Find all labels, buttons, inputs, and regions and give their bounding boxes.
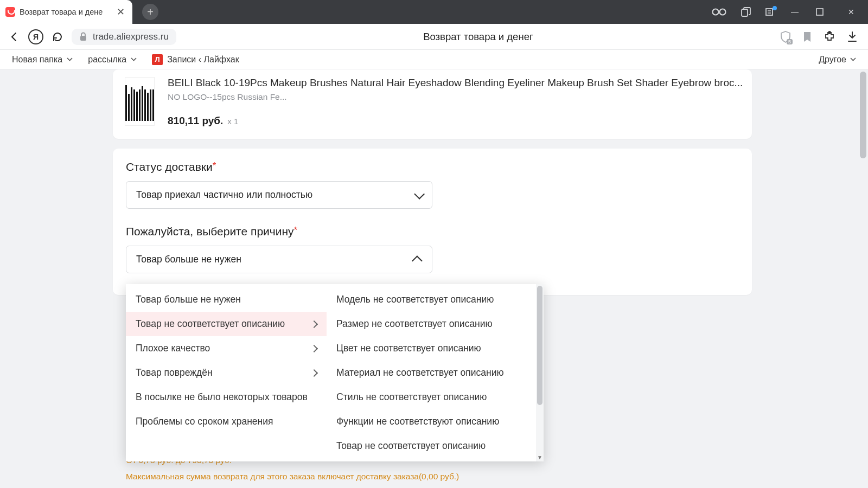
lock-icon	[79, 32, 87, 41]
dropdown-item[interactable]: Проблемы со сроком хранения	[126, 409, 327, 434]
titlebar: Возврат товара и дене ✕ + — ✕	[0, 0, 868, 24]
dropdown-item[interactable]: Плохое качество	[126, 336, 327, 361]
bookmark-folder-1[interactable]: Новая папка	[12, 55, 73, 65]
scrollbar-thumb[interactable]	[537, 286, 542, 405]
svg-point-1	[720, 9, 726, 15]
dropdown-primary-column: Товар больше не нуженТовар не соответств…	[126, 284, 327, 461]
shield-badge-icon[interactable]: 5	[780, 31, 791, 43]
reload-button[interactable]	[51, 30, 64, 43]
bookmark-icon[interactable]	[803, 31, 812, 42]
chevron-down-icon	[131, 57, 137, 61]
lifehacker-favicon: Л	[152, 54, 163, 65]
new-tab-button[interactable]: +	[142, 4, 158, 20]
status-label: Статус доставки*	[126, 160, 739, 174]
page-scrollbar-thumb[interactable]	[860, 72, 866, 158]
aliexpress-favicon	[5, 7, 15, 17]
dropdown-subitem[interactable]: Функции не соответствуют описанию	[327, 409, 536, 434]
page-scrollbar[interactable]	[858, 69, 868, 487]
svg-rect-3	[766, 9, 773, 15]
tab-close-icon[interactable]: ✕	[117, 6, 125, 18]
bookmark-folder-2[interactable]: рассылка	[88, 55, 137, 65]
window-close-button[interactable]: ✕	[844, 8, 858, 16]
chevron-right-icon	[310, 320, 318, 328]
chevron-up-icon	[412, 255, 423, 266]
address-bar: Я trade.aliexpress.ru Возврат товара и д…	[0, 24, 868, 50]
chevron-down-icon	[850, 57, 856, 61]
product-title: BEILI Black 10-19Pcs Makeup Brushes Natu…	[168, 77, 743, 89]
product-variant: NO LOGO--15pcs Russian Fe...	[168, 92, 743, 102]
refund-max-warning: Максимальная сумма возврата для этого за…	[126, 472, 459, 481]
product-card: BEILI Black 10-19Pcs Makeup Brushes Natu…	[113, 69, 752, 139]
browser-tab[interactable]: Возврат товара и дене ✕	[0, 0, 132, 24]
dropdown-item[interactable]: Товар не соответствует описанию	[126, 312, 327, 336]
window-maximize-button[interactable]	[816, 8, 830, 16]
window-minimize-button[interactable]: —	[788, 8, 802, 16]
dropdown-scrollbar[interactable]: ▼	[536, 284, 544, 461]
dropdown-subitem[interactable]: Цвет не соответствует описанию	[327, 336, 536, 361]
dropdown-subitem[interactable]: Материал не соответствует описанию	[327, 361, 536, 385]
product-thumbnail	[125, 77, 155, 126]
return-reason-select[interactable]: Товар больше не нужен	[126, 246, 432, 273]
extensions-icon[interactable]	[824, 31, 835, 43]
chevron-down-icon	[67, 57, 73, 61]
chevron-down-icon	[414, 188, 425, 199]
url-text: trade.aliexpress.ru	[93, 31, 169, 42]
svg-rect-4	[816, 9, 823, 15]
delivery-status-select[interactable]: Товар приехал частично или полностью	[126, 181, 432, 209]
svg-point-0	[713, 9, 719, 15]
back-button[interactable]	[8, 30, 21, 43]
dropdown-item[interactable]: В посылке не было некоторых товаров	[126, 385, 327, 409]
return-form-card: Статус доставки* Товар приехал частично …	[113, 149, 752, 295]
svg-rect-5	[80, 36, 86, 41]
reason-dropdown: Товар больше не нуженТовар не соответств…	[126, 284, 544, 461]
dropdown-item[interactable]: Товар больше не нужен	[126, 287, 327, 312]
yandex-button[interactable]: Я	[28, 29, 43, 44]
dropdown-item[interactable]: Товар повреждён	[126, 361, 327, 385]
chevron-right-icon	[310, 344, 318, 352]
dropdown-subitem[interactable]: Стиль не соответствует описанию	[327, 385, 536, 409]
product-quantity: x 1	[227, 117, 238, 126]
reason-label: Пожалуйста, выберите причину*	[126, 225, 739, 238]
svg-rect-2	[742, 9, 748, 16]
site-identity[interactable]: trade.aliexpress.ru	[72, 29, 176, 45]
dropdown-secondary-column: Модель не соответствует описаниюРазмер н…	[327, 284, 536, 461]
notifications-icon[interactable]	[765, 7, 774, 17]
scroll-down-arrow-icon[interactable]: ▼	[537, 454, 542, 460]
chevron-right-icon	[310, 369, 318, 376]
page-title: Возврат товара и денег	[184, 31, 773, 43]
bookmarks-bar: Новая папка рассылка Л Записи ‹ Лайфхак …	[0, 50, 868, 69]
reader-mode-icon[interactable]	[712, 8, 727, 16]
dropdown-subitem[interactable]: Размер не соответствует описанию	[327, 312, 536, 336]
bookmark-link-1[interactable]: Л Записи ‹ Лайфхак	[152, 54, 239, 65]
product-price: 810,11 руб.x 1	[168, 115, 743, 127]
copy-icon[interactable]	[741, 7, 751, 17]
tab-title: Возврат товара и дене	[20, 8, 112, 16]
downloads-icon[interactable]	[847, 31, 857, 42]
dropdown-subitem[interactable]: Модель не соответствует описанию	[327, 287, 536, 312]
dropdown-subitem[interactable]: Товар не соответствует описанию	[327, 434, 536, 458]
bookmark-other[interactable]: Другое	[819, 55, 856, 65]
